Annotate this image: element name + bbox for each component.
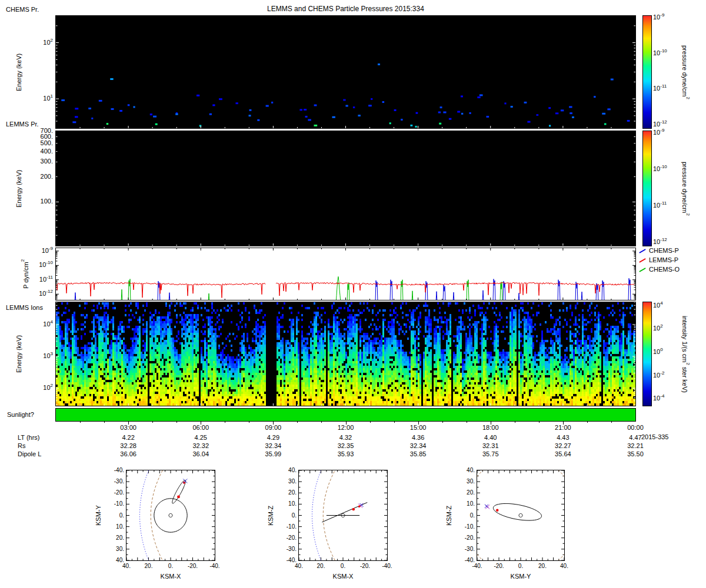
pressure-colorbar-2-title-sup: 2 [685,213,691,215]
time-tick-mark [249,422,249,423]
ephemeris-value: 4.40 [472,434,509,441]
ephemeris-value: 32.27 [544,442,582,449]
legend-label-chems-o: CHEMS-O [649,266,680,273]
ephemeris-value: 35.99 [254,450,292,457]
ions-y-tick-label: 103 [24,352,53,359]
orbit-1-y-tick-label: 10. [275,500,297,507]
orbit-1-x-tick-label: 0. [332,563,354,569]
time-tick-mark [539,422,540,423]
orbit-2-y-tick-label: -40. [454,557,475,563]
time-tick-mark [321,422,322,423]
ephemeris-value: 35.50 [617,450,654,457]
chems-y-tick-label: 102 [24,39,53,46]
orbit-1-y-tick-label: 20. [275,489,297,496]
orbit-1-y-tick-label: -30. [275,546,297,552]
time-tick-mark [297,422,298,423]
ions-y-tick-label: 104 [24,320,53,328]
orbit-0-y-tick-label: 40. [103,557,124,563]
ions-spectrogram-canvas [55,302,636,406]
pressure-colorbar-1-tick: 10-11 [653,85,678,92]
pressure-colorbar-1 [642,15,652,129]
pressure-colorbar-1-tick: 10-9 [653,14,678,21]
time-tick-label: 03:00 [114,424,143,431]
intensity-colorbar-title: intensity 1/(s cm2 ster keV) [681,302,688,406]
ephemeris-value: 4.32 [327,434,365,441]
orbit-0-y-tick-label: -20. [103,489,124,496]
ephemeris-value: 32.32 [182,442,219,449]
ephemeris-value: 36.04 [182,450,219,457]
legend-label-lemms-p: LEMMS-P [649,256,678,263]
orbit-2-x-tick-label: 0. [510,563,531,569]
time-tick-label: 12:00 [331,424,361,431]
legend-line-lemms-p [639,258,645,263]
orbit-0-y-tick-label: -40. [103,467,124,473]
intensity-colorbar [642,302,652,406]
time-tick-mark [418,422,419,425]
ions-panel-label: LEMMS Ions [6,304,43,311]
orbit-1-y-tick-label: -40. [275,557,297,563]
lemms-y-tick-label: 100. [24,198,53,205]
ions-y-axis-label: Energy (keV) [15,302,22,406]
orbit-2-y-tick-label: 0. [454,512,475,519]
orbit-2-x-tick-label: 40. [554,563,575,569]
intensity-colorbar-tick: 10-4 [653,395,678,402]
time-tick-label: 18:00 [476,424,505,431]
time-tick-mark [611,422,612,423]
intensity-colorbar-tick: 100 [653,348,678,355]
pressure-lineplot-canvas [55,248,636,300]
orbit-canvas-2 [477,470,565,561]
ephemeris-value: 35.85 [399,450,437,457]
intensity-colorbar-title-pre: intensity 1/(s cm [681,316,688,362]
sunlight-label: Sunlight? [7,411,34,418]
ephemeris-value: 32.21 [617,442,654,449]
pressure-colorbar-2-title: pressure dyne/cm2 [681,131,688,246]
orbit-1-xlabel: KSM-X [299,573,387,580]
orbit-0-y-tick-label: -10. [103,500,124,507]
orbit-2-y-tick-label: 40. [454,467,475,473]
lemms-spectrogram-canvas [55,131,636,246]
pressure-y-tick-label: 10-9 [24,247,53,254]
time-tick-label: 06:00 [186,424,215,431]
chems-spectrogram-canvas [55,15,636,129]
orbit-2-xlabel: KSM-Y [477,573,564,580]
intensity-colorbar-tick: 104 [653,302,678,309]
time-tick-mark [370,422,371,423]
plot-title: LEMMS and CHEMS Particle Pressures 2015:… [56,5,635,13]
intensity-colorbar-tick: 102 [653,325,678,332]
sunlight-bar [55,408,636,422]
ephemeris-value: 4.36 [399,434,437,441]
time-tick-label: 15:00 [404,424,433,431]
ephemeris-row-label-lt: LT (hrs) [18,434,40,441]
orbit-0-y-tick-label: 0. [103,512,124,519]
ephemeris-value: 4.43 [544,434,582,441]
orbit-0-ylabel: KSM-Y [95,470,102,560]
chems-panel-label: CHEMS Pr. [6,6,39,13]
time-tick-mark [104,422,105,423]
orbit-2-x-tick-label: 20. [532,563,553,569]
pressure-colorbar-1-tick: 10-12 [653,121,678,128]
pressure-colorbar-2-tick: 10-12 [653,238,678,245]
time-tick-label: 21:00 [548,424,578,431]
ephemeris-value: 32.35 [327,442,365,449]
time-tick-mark [394,422,395,423]
orbit-1-x-tick-label: 20. [311,563,332,569]
pressure-colorbar-2-tick: 10-9 [653,129,678,136]
ephemeris-value: 4.29 [254,434,292,441]
time-tick-label: 09:00 [258,424,288,431]
ephemeris-value: 32.34 [399,442,437,449]
orbit-1-y-tick-label: 0. [275,512,297,519]
lemms-y-tick-label: 500. [24,139,53,146]
time-tick-mark [201,422,201,425]
legend-label-chems-p: CHEMS-P [649,247,679,254]
orbit-1-y-tick-label: -10. [275,523,297,530]
time-tick-mark [346,422,347,425]
orbit-0-x-tick-label: -40. [204,563,225,569]
ions-y-tick-label: 102 [24,384,53,391]
pressure-colorbar-2 [642,131,652,246]
pressure-colorbar-1-title-sup: 2 [685,96,691,99]
time-tick-mark [587,422,588,423]
lemms-y-tick-label: 400. [24,148,53,155]
chems-y-tick-label: 101 [24,95,53,102]
pressure-y-tick-label: 10-10 [24,261,53,268]
time-tick-mark [442,422,443,423]
